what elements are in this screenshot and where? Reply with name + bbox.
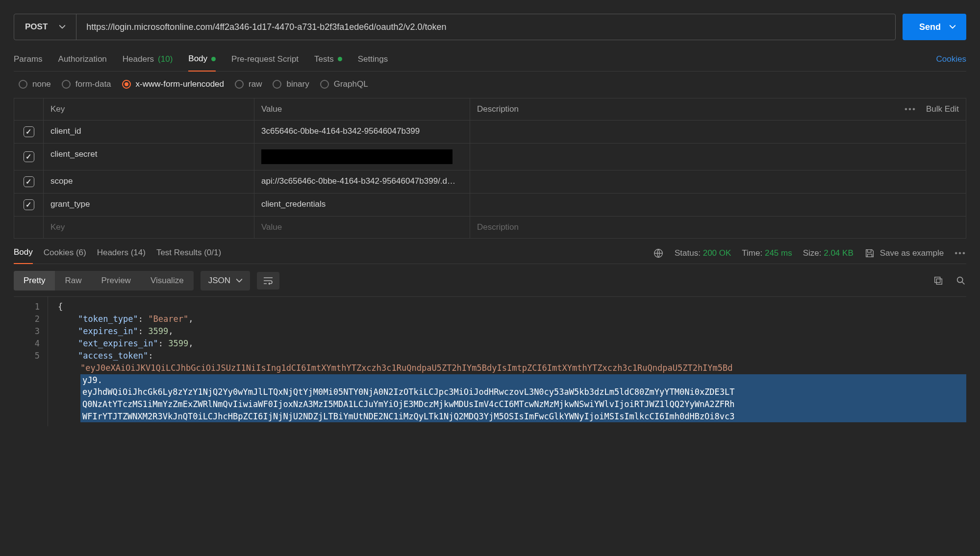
bulk-edit-link[interactable]: Bulk Edit	[926, 104, 959, 114]
svg-rect-2	[935, 277, 940, 283]
redacted-value	[261, 149, 452, 164]
param-value[interactable]: 3c65646c-0bbe-4164-b342-95646047b399	[254, 121, 470, 143]
chevron-down-icon	[236, 278, 242, 284]
row-checkbox[interactable]	[24, 199, 34, 210]
param-value[interactable]: client_credentials	[254, 193, 470, 216]
table-row: scope api://3c65646c-0bbe-4164-b342-9564…	[14, 170, 966, 193]
col-description: Description	[477, 104, 519, 114]
size-value: 2.04 KB	[824, 248, 854, 258]
tab-body[interactable]: Body	[188, 54, 216, 72]
body-type-raw[interactable]: raw	[235, 79, 262, 89]
chevron-down-icon	[59, 24, 65, 30]
param-key[interactable]: scope	[44, 170, 254, 193]
param-desc-input[interactable]: Description	[470, 217, 966, 238]
chevron-down-icon	[950, 24, 955, 30]
url-input[interactable]	[76, 14, 895, 40]
tab-headers-label: Headers	[123, 54, 154, 64]
cookies-link[interactable]: Cookies	[936, 54, 966, 71]
wrap-lines-button[interactable]	[257, 272, 279, 290]
send-button-label: Send	[919, 22, 941, 32]
request-group: POST	[14, 14, 896, 40]
table-row-empty: Key Value Description	[14, 216, 966, 238]
svg-rect-1	[936, 279, 942, 284]
time-label: Time:	[742, 248, 762, 258]
resp-tab-cookies[interactable]: Cookies (6)	[44, 248, 86, 264]
body-type-form-data[interactable]: form-data	[62, 79, 111, 89]
search-icon[interactable]	[955, 275, 966, 286]
resp-tab-test-results[interactable]: Test Results (0/1)	[156, 248, 221, 264]
row-checkbox[interactable]	[24, 126, 34, 137]
tab-prerequest[interactable]: Pre-request Script	[231, 54, 299, 71]
table-header-row: Key Value Description ••• Bulk Edit	[14, 98, 966, 120]
tab-params[interactable]: Params	[14, 54, 43, 71]
form-params-table: Key Value Description ••• Bulk Edit clie…	[14, 98, 966, 239]
tab-tests-label: Tests	[314, 54, 334, 64]
selected-text: yJ9. eyJhdWQiOiJhcGk6Ly8zYzY1NjQ2Yy0wYmJ…	[80, 374, 966, 423]
view-raw[interactable]: Raw	[55, 271, 91, 290]
dot-indicator	[211, 57, 216, 61]
http-method-select[interactable]: POST	[14, 14, 76, 40]
tab-body-label: Body	[188, 54, 207, 64]
param-desc[interactable]	[470, 121, 966, 143]
save-icon	[864, 248, 875, 259]
status-label: Status:	[675, 248, 701, 258]
view-mode-segment: Pretty Raw Preview Visualize	[14, 271, 194, 290]
more-icon[interactable]: •••	[905, 104, 916, 114]
resp-tab-body[interactable]: Body	[14, 247, 33, 264]
view-visualize[interactable]: Visualize	[141, 271, 194, 290]
param-value[interactable]: api://3c65646c-0bbe-4164-b342-95646047b3…	[254, 170, 470, 193]
table-row: grant_type client_credentials	[14, 193, 966, 216]
resp-tab-headers[interactable]: Headers (14)	[97, 248, 146, 264]
view-preview[interactable]: Preview	[91, 271, 140, 290]
param-key[interactable]: client_secret	[44, 144, 254, 170]
tab-settings[interactable]: Settings	[358, 54, 388, 71]
line-gutter: 12345	[14, 297, 48, 426]
more-icon[interactable]: •••	[955, 248, 966, 258]
format-select[interactable]: JSON	[201, 271, 250, 290]
response-tabs: Body Cookies (6) Headers (14) Test Resul…	[14, 247, 966, 264]
row-checkbox[interactable]	[24, 151, 34, 162]
param-key-input[interactable]: Key	[44, 217, 254, 238]
param-desc[interactable]	[470, 170, 966, 193]
tab-authorization[interactable]: Authorization	[58, 54, 107, 71]
param-desc[interactable]	[470, 193, 966, 216]
body-type-none[interactable]: none	[19, 79, 51, 89]
view-toolbar: Pretty Raw Preview Visualize JSON	[14, 271, 966, 290]
svg-point-3	[957, 277, 963, 283]
param-desc[interactable]	[470, 144, 966, 170]
col-key: Key	[44, 98, 254, 120]
param-value-input[interactable]: Value	[254, 217, 470, 238]
body-type-x-www-form-urlencoded[interactable]: x-www-form-urlencoded	[122, 79, 224, 89]
body-type-binary[interactable]: binary	[273, 79, 309, 89]
table-row: client_id 3c65646c-0bbe-4164-b342-956460…	[14, 120, 966, 143]
copy-icon[interactable]	[933, 275, 944, 286]
time-value: 245 ms	[765, 248, 792, 258]
size-label: Size:	[803, 248, 822, 258]
view-pretty[interactable]: Pretty	[14, 271, 55, 290]
tab-headers-count: (10)	[158, 54, 173, 64]
save-as-example[interactable]: Save as example	[864, 248, 944, 259]
col-value: Value	[254, 98, 470, 120]
request-tabs: Params Authorization Headers (10) Body P…	[14, 54, 966, 72]
code-source[interactable]: { "token_type": "Bearer", "expires_in": …	[48, 297, 966, 426]
body-type-row: none form-data x-www-form-urlencoded raw…	[14, 72, 966, 97]
send-button[interactable]: Send	[903, 14, 966, 40]
tab-tests[interactable]: Tests	[314, 54, 342, 71]
param-key[interactable]: grant_type	[44, 193, 254, 216]
http-method-label: POST	[25, 22, 48, 32]
dot-indicator	[338, 57, 342, 61]
param-key[interactable]: client_id	[44, 121, 254, 143]
table-row: client_secret	[14, 143, 966, 170]
param-value[interactable]	[254, 144, 470, 170]
tab-headers[interactable]: Headers (10)	[123, 54, 173, 71]
globe-icon[interactable]	[653, 248, 664, 259]
row-checkbox[interactable]	[24, 176, 34, 187]
body-type-graphql[interactable]: GraphQL	[320, 79, 368, 89]
status-value: 200 OK	[703, 248, 731, 258]
response-body: 12345 { "token_type": "Bearer", "expires…	[14, 296, 966, 426]
